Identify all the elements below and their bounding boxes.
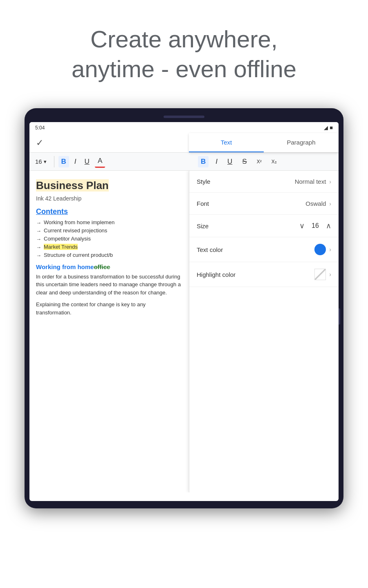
underline-button[interactable]: U	[82, 156, 92, 167]
font-row[interactable]: Font Oswald ›	[189, 193, 339, 215]
doc-subtitle: Ink 42 Leadership	[36, 195, 182, 202]
font-color-button[interactable]: A	[95, 155, 105, 168]
formatting-left: 16 ▼ B I U A	[33, 155, 192, 168]
tablet-notch	[164, 116, 204, 118]
text-color-label: Text color	[197, 246, 223, 253]
italic-button[interactable]: I	[72, 156, 79, 167]
contents-heading: Contents	[36, 207, 182, 216]
separator	[54, 156, 54, 167]
hero-title: Create anywhere, anytime - even offline	[33, 24, 335, 84]
text-paragraph-tabs: Text Paragraph	[189, 133, 339, 152]
doc-paragraph-1: In order for a business transformation t…	[36, 273, 182, 297]
section-heading-1: Working from homeoffice	[36, 263, 182, 270]
style-label: Style	[197, 178, 210, 185]
dropdown-arrow-icon: ▼	[43, 159, 47, 164]
formatting-right: B I U S X² X₂	[194, 156, 335, 167]
check-button[interactable]: ✓	[36, 138, 43, 148]
hero-section: Create anywhere, anytime - even offline	[0, 0, 368, 100]
superscript-button[interactable]: X²	[254, 157, 265, 166]
size-row: Size ∨ 16 ∧	[189, 215, 339, 237]
formatting-bar: 16 ▼ B I U A B I U S X² X₂	[29, 153, 339, 171]
subscript-button[interactable]: X₂	[269, 157, 280, 166]
tab-paragraph[interactable]: Paragraph	[264, 133, 339, 152]
tablet-device: 5:04 ◢ ■ ✓ Text Paragraph	[25, 108, 343, 508]
signal-icon: ◢	[324, 125, 328, 131]
tablet-screen: 5:04 ◢ ■ ✓ Text Paragraph	[29, 122, 339, 501]
text-panel: Style Normal text › Font Oswald ›	[189, 171, 339, 492]
highlight-color-row[interactable]: Highlight color ›	[189, 262, 339, 287]
toolbar-top: ✓ Text Paragraph	[29, 133, 339, 153]
list-item: Current revised projections	[36, 227, 182, 234]
doc-title: Business Plan	[36, 179, 109, 192]
tab-text[interactable]: Text	[189, 133, 264, 152]
list-item: Structure of current product/b	[36, 252, 182, 258]
doc-paragraph-2: Explaining the context for change is key…	[36, 301, 182, 316]
chevron-right-icon: ›	[329, 246, 331, 253]
device-wrapper: 5:04 ◢ ■ ✓ Text Paragraph	[0, 100, 368, 525]
list-item: Competitor Analysis	[36, 236, 182, 242]
chevron-right-icon: ›	[329, 200, 331, 207]
battery-icon: ■	[330, 125, 333, 131]
highlight-color-label: Highlight color	[197, 271, 236, 278]
chevron-right-icon: ›	[329, 178, 331, 185]
size-increase-button[interactable]: ∧	[326, 221, 331, 230]
underline-right-button[interactable]: U	[224, 156, 235, 167]
font-value: Oswald ›	[305, 200, 331, 207]
strikethrough-button[interactable]: S	[239, 156, 249, 167]
size-decrease-button[interactable]: ∨	[299, 221, 305, 230]
italic-right-button[interactable]: I	[213, 156, 220, 167]
list-item: Working from home implemen	[36, 219, 182, 226]
style-value: Normal text ›	[295, 178, 331, 185]
document-content: Business Plan Ink 42 Leadership Contents…	[29, 171, 189, 492]
contents-list: Working from home implemen Current revis…	[36, 219, 182, 258]
chevron-right-icon: ›	[329, 271, 331, 278]
toolbar-left: ✓	[29, 138, 189, 148]
text-color-value: ›	[314, 244, 331, 255]
bold-right-button[interactable]: B	[198, 156, 209, 167]
status-bar: 5:04 ◢ ■	[29, 122, 339, 133]
status-icons: ◢ ■	[324, 125, 333, 131]
font-size-selector[interactable]: 16 ▼	[33, 156, 50, 167]
list-item: Market Trends	[36, 244, 182, 250]
text-color-row[interactable]: Text color ›	[189, 237, 339, 262]
size-value: 16	[310, 222, 320, 229]
size-label: Size	[197, 223, 209, 229]
color-dot	[314, 244, 326, 255]
size-controls: ∨ 16 ∧	[299, 221, 331, 230]
highlight-preview	[314, 269, 326, 280]
highlight-color-value: ›	[314, 269, 331, 280]
style-row[interactable]: Style Normal text ›	[189, 171, 339, 193]
bold-button[interactable]: B	[58, 156, 69, 167]
status-time: 5:04	[35, 125, 45, 131]
doc-area: Business Plan Ink 42 Leadership Contents…	[29, 171, 339, 492]
font-label: Font	[197, 200, 209, 207]
